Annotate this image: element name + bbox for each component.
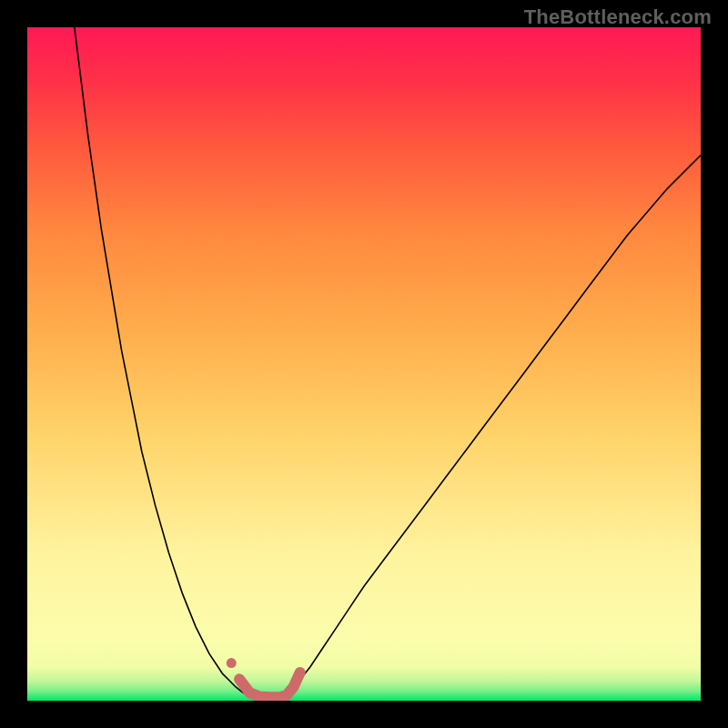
marker-group <box>227 658 237 668</box>
chart-frame: TheBottleneck.com <box>0 0 728 728</box>
plot-area <box>27 27 701 701</box>
chart-svg <box>27 27 701 701</box>
watermark-text: TheBottleneck.com <box>524 5 712 29</box>
marker-left-dot <box>227 658 237 668</box>
gradient-background <box>27 27 701 701</box>
